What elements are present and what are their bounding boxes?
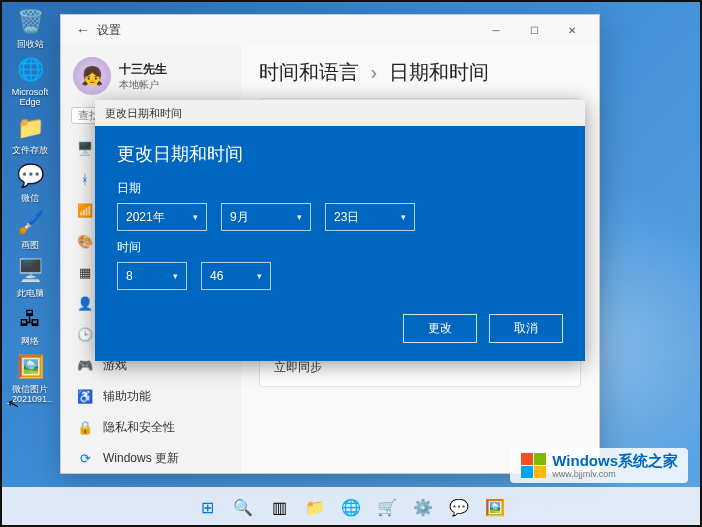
user-name: 十三先生: [119, 61, 167, 78]
network-icon: 🖧: [14, 303, 46, 335]
year-select[interactable]: 2021年▾: [117, 203, 207, 231]
update-icon: ⟳: [77, 451, 93, 467]
bluetooth-icon: ᚼ: [77, 172, 93, 188]
month-select[interactable]: 9月▾: [221, 203, 311, 231]
dialog-cancel-button[interactable]: 取消: [489, 314, 563, 343]
desktop-icon-wechat[interactable]: 💬微信: [6, 160, 54, 204]
user-sub: 本地帐户: [119, 78, 167, 92]
edge-icon: 🌐: [14, 54, 46, 86]
desktop-icon-edge[interactable]: 🌐Microsoft Edge: [6, 54, 54, 108]
avatar: 👧: [73, 57, 111, 95]
desktop-icon-label: 网络: [21, 337, 39, 347]
nav-label: 辅助功能: [103, 388, 151, 405]
system-icon: 🖥️: [77, 141, 93, 157]
breadcrumb-parent[interactable]: 时间和语言: [259, 61, 359, 83]
wechat-icon: 💬: [14, 160, 46, 192]
breadcrumb-current: 日期和时间: [389, 61, 489, 83]
day-select[interactable]: 23日▾: [325, 203, 415, 231]
nav-label: 隐私和安全性: [103, 419, 175, 436]
row-label: 立即同步: [274, 359, 322, 376]
breadcrumb-sep: ›: [371, 61, 378, 83]
dialog-heading: 更改日期和时间: [117, 142, 563, 166]
wifi-icon: 📶: [77, 203, 93, 219]
desktop-icons: 🗑️回收站 🌐Microsoft Edge 📁文件存放 💬微信 🖌️画图 🖥️此…: [6, 6, 54, 405]
desktop-icon-recycle-bin[interactable]: 🗑️回收站: [6, 6, 54, 50]
chevron-down-icon: ▾: [257, 271, 262, 281]
change-datetime-dialog: 更改日期和时间 更改日期和时间 日期 2021年▾ 9月▾ 23日▾ 时间 8▾…: [95, 100, 585, 361]
desktop-icon-label: Microsoft Edge: [7, 88, 53, 108]
brush-icon: 🎨: [77, 234, 93, 250]
time-label: 时间: [117, 239, 563, 256]
clock-icon: 🕒: [77, 327, 93, 343]
taskbar: ⊞ 🔍 ▥ 📁 🌐 🛒 ⚙️ 💬 🖼️: [0, 487, 702, 527]
back-button[interactable]: ←: [69, 22, 97, 38]
desktop-icon-paint[interactable]: 🖌️画图: [6, 207, 54, 251]
desktop-icon-folder[interactable]: 📁文件存放: [6, 112, 54, 156]
minimize-button[interactable]: ─: [477, 15, 515, 45]
app-title: 设置: [97, 22, 121, 39]
dialog-change-button[interactable]: 更改: [403, 314, 477, 343]
minute-select[interactable]: 46▾: [201, 262, 271, 290]
folder-icon: 📁: [14, 112, 46, 144]
apps-icon: ▦: [77, 265, 93, 281]
gamepad-icon: 🎮: [77, 358, 93, 374]
recycle-bin-icon: 🗑️: [14, 6, 46, 38]
windows-logo-icon: [520, 453, 546, 479]
accessibility-icon: ♿: [77, 389, 93, 405]
taskbar-settings[interactable]: ⚙️: [407, 491, 439, 523]
close-button[interactable]: ✕: [553, 15, 591, 45]
nav-label: Windows 更新: [103, 450, 179, 467]
hour-select[interactable]: 8▾: [117, 262, 187, 290]
taskbar-explorer[interactable]: 📁: [299, 491, 331, 523]
minute-value: 46: [210, 269, 247, 283]
desktop-icon-label: 回收站: [17, 40, 44, 50]
chevron-down-icon: ▾: [193, 212, 198, 222]
date-label: 日期: [117, 180, 563, 197]
taskbar-store[interactable]: 🛒: [371, 491, 403, 523]
taskbar-image-viewer[interactable]: 🖼️: [479, 491, 511, 523]
desktop-icon-network[interactable]: 🖧网络: [6, 303, 54, 347]
nav-accessibility[interactable]: ♿辅助功能: [67, 382, 235, 411]
desktop-icon-this-pc[interactable]: 🖥️此电脑: [6, 255, 54, 299]
nav-privacy[interactable]: 🔒隐私和安全性: [67, 413, 235, 442]
shield-icon: 🔒: [77, 420, 93, 436]
image-icon: 🖼️: [14, 351, 46, 383]
taskbar-taskview[interactable]: ▥: [263, 491, 295, 523]
chevron-down-icon: ▾: [297, 212, 302, 222]
paint-icon: 🖌️: [14, 207, 46, 239]
desktop-icon-label: 画图: [21, 241, 39, 251]
chevron-down-icon: ▾: [401, 212, 406, 222]
day-value: 23日: [334, 209, 391, 226]
taskbar-edge[interactable]: 🌐: [335, 491, 367, 523]
taskbar-wechat[interactable]: 💬: [443, 491, 475, 523]
titlebar: ← 设置 ─ ☐ ✕: [61, 15, 599, 45]
desktop-icon-label: 微信: [21, 194, 39, 204]
taskbar-search[interactable]: 🔍: [227, 491, 259, 523]
hour-value: 8: [126, 269, 163, 283]
maximize-button[interactable]: ☐: [515, 15, 553, 45]
start-button[interactable]: ⊞: [191, 491, 223, 523]
desktop-icon-label: 此电脑: [17, 289, 44, 299]
watermark: Windows系统之家 www.bjjmlv.com: [510, 448, 688, 483]
pc-icon: 🖥️: [14, 255, 46, 287]
month-value: 9月: [230, 209, 287, 226]
nav-windows-update[interactable]: ⟳Windows 更新: [67, 444, 235, 473]
chevron-down-icon: ▾: [173, 271, 178, 281]
dialog-title: 更改日期和时间: [105, 106, 182, 121]
year-value: 2021年: [126, 209, 183, 226]
dialog-titlebar: 更改日期和时间: [95, 100, 585, 126]
user-icon: 👤: [77, 296, 93, 312]
desktop-icon-label: 文件存放: [12, 146, 48, 156]
user-block[interactable]: 👧 十三先生 本地帐户: [67, 53, 235, 99]
breadcrumb: 时间和语言 › 日期和时间: [259, 59, 581, 86]
